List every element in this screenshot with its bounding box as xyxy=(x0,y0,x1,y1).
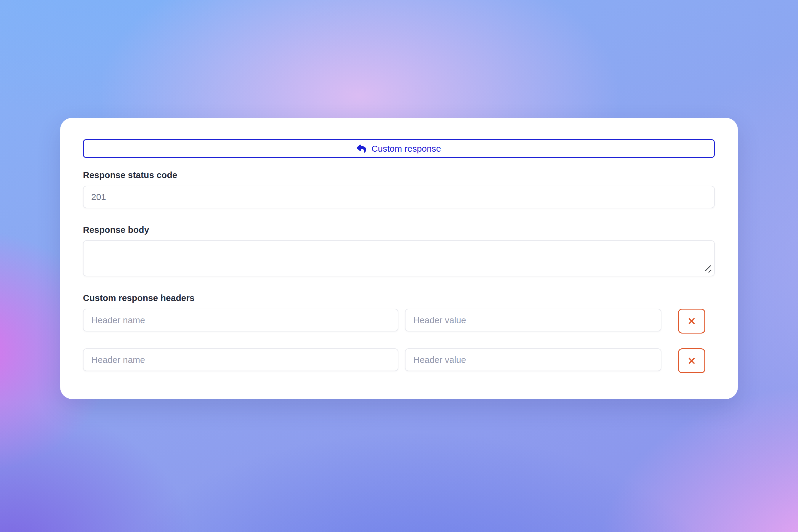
response-status-code-label: Response status code xyxy=(83,170,715,180)
header-row xyxy=(83,309,715,334)
response-body-label: Response body xyxy=(83,225,715,235)
header-name-input[interactable] xyxy=(83,309,398,331)
header-row xyxy=(83,348,715,373)
header-value-input[interactable] xyxy=(405,348,662,371)
response-body-field xyxy=(83,240,715,277)
response-body-textarea[interactable] xyxy=(83,240,715,277)
remove-header-button[interactable] xyxy=(678,348,705,373)
remove-header-button[interactable] xyxy=(678,309,705,334)
header-value-input[interactable] xyxy=(405,309,662,331)
custom-response-button-label: Custom response xyxy=(372,144,441,154)
custom-response-card: Custom response Response status code Res… xyxy=(60,118,738,399)
custom-response-headers-label: Custom response headers xyxy=(83,293,715,303)
custom-response-button[interactable]: Custom response xyxy=(83,139,715,158)
close-icon xyxy=(688,317,696,325)
close-icon xyxy=(688,357,696,365)
header-name-input[interactable] xyxy=(83,348,398,371)
reply-icon xyxy=(357,144,366,153)
response-status-code-input[interactable] xyxy=(83,186,715,208)
